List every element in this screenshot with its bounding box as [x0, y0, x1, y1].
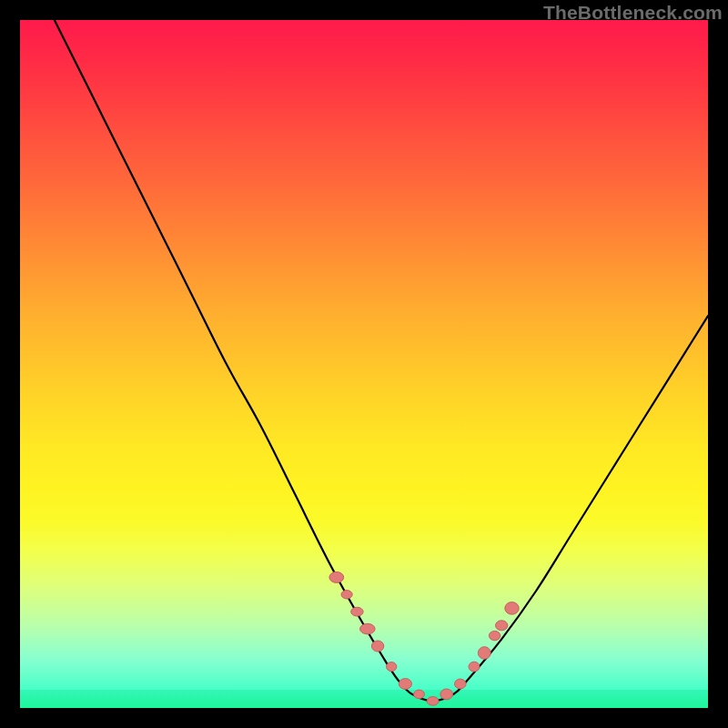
watermark-text: TheBottleneck.com	[543, 2, 723, 24]
dot	[496, 621, 508, 631]
dot	[489, 631, 500, 640]
dot	[505, 602, 519, 615]
dot	[399, 679, 411, 690]
dot	[351, 607, 363, 616]
dot	[341, 591, 352, 599]
dot	[360, 623, 376, 634]
dot	[371, 641, 383, 652]
chart-svg	[20, 20, 708, 708]
dot	[414, 690, 425, 699]
dot	[329, 571, 344, 582]
dot	[440, 689, 453, 700]
bottleneck-curve	[55, 20, 708, 701]
chart-frame	[20, 20, 708, 708]
curve-line	[55, 20, 708, 701]
dot	[427, 697, 439, 706]
dot	[387, 662, 397, 672]
dot	[469, 662, 480, 672]
optimal-zone-dots	[329, 571, 519, 705]
dot	[455, 679, 467, 689]
dot	[478, 647, 490, 660]
